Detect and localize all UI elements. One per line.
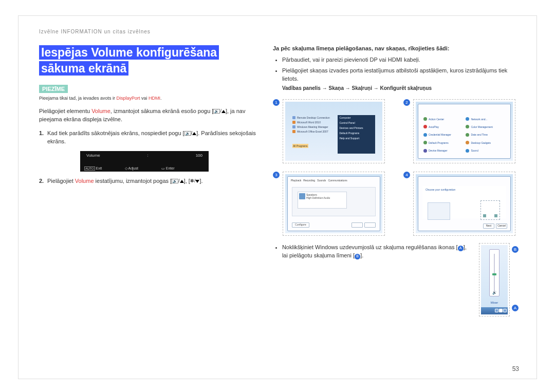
page: Izvēlne INFORMATION un citas izvēlnes Ie… <box>18 15 537 379</box>
volume-up-icon: 🔊/ <box>213 108 226 115</box>
marker-b-inline: B <box>355 254 360 259</box>
volume-up-icon: 🔊/ <box>184 130 197 137</box>
note-badge: PIEZĪME <box>39 85 68 93</box>
step-2: 2. Pielāgojiet Volume iestatījumu, izman… <box>39 177 258 185</box>
nav-path: Vadības panelis → Skaņa → Skaļruņi → Kon… <box>282 85 519 91</box>
bullet-configure-port: Pielāgojiet skaņas izvades porta iestatī… <box>282 66 519 83</box>
volume-tray-icon <box>499 309 503 312</box>
left-column: Iespējas Volume konfigurēšana sākuma ekr… <box>39 45 258 371</box>
troubleshoot-heading: Ja pēc skaļuma līmeņa pielāgošanas, nav … <box>273 45 519 52</box>
screenshot-sound-properties: Playback Recording Sounds Communications… <box>283 172 385 236</box>
section-title: Iespējas Volume konfigurēšana sākuma ekr… <box>39 45 258 77</box>
page-number: 53 <box>512 365 519 372</box>
volume-up-icon: 🔊/ <box>172 178 184 185</box>
start-icon <box>482 307 489 314</box>
body-paragraph: Pielāgojiet elementu Volume, izmantojot … <box>39 107 258 124</box>
marker-b: B <box>512 246 519 253</box>
screenshot-control-panel: Action Center Network and... AutoPlay Co… <box>413 99 515 163</box>
screenshot-volume-slider: 🔊 Mixer <box>479 243 510 316</box>
speaker-icon: 🔊 <box>492 291 497 295</box>
screenshot-start-menu: Remote Desktop Connection Microsoft Word… <box>283 99 385 163</box>
marker-2: 2 <box>403 99 410 106</box>
osd-volume-display: Volume : 100 AUTO Exit ◇ Adjust ▭ Enter <box>80 151 209 172</box>
note-text: Pieejama tikai tad, ja ievades avots ir … <box>39 95 258 102</box>
screenshot-speaker-setup: Choose your configuration Next <box>413 172 515 236</box>
marker-a-inline: A <box>458 246 464 251</box>
brightness-down-icon: ✽/ <box>190 178 200 185</box>
bullet-taskbar-volume: Noklikšķiniet Windows uzdevumjoslā uz sk… <box>282 243 470 260</box>
marker-4: 4 <box>403 172 410 178</box>
bullet-check-cable: Pārbaudiet, vai ir pareizi pievienoti DP… <box>282 55 519 64</box>
right-column: Ja pēc skaļuma līmeņa pielāgošanas, nav … <box>273 45 519 371</box>
marker-a: A <box>512 305 519 311</box>
chapter-header: Izvēlne INFORMATION un citas izvēlnes <box>39 29 519 34</box>
step-1: 1. Kad tiek parādīts sākotnējais ekrāns,… <box>39 129 258 146</box>
marker-3: 3 <box>273 172 280 178</box>
marker-1: 1 <box>273 99 280 106</box>
